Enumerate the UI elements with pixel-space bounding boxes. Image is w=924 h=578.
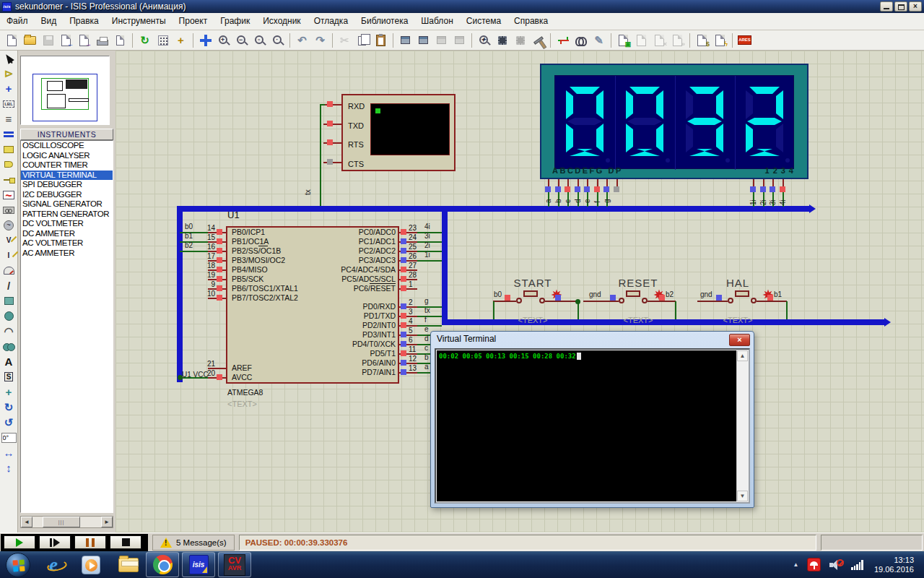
search-and-tag-icon[interactable] [572, 32, 589, 48]
packaging-tool-icon[interactable] [512, 32, 528, 48]
instrument-item-virtual-terminal[interactable]: VIRTUAL TERMINAL [21, 171, 113, 181]
copy-icon[interactable] [354, 32, 371, 48]
flip-horizontal-icon[interactable]: ↔ [1, 445, 17, 460]
menu-item-2[interactable]: Правка [63, 13, 105, 30]
virtual-terminal-window[interactable]: Virtual Terminal × 00:02 00:05 00:13 00:… [430, 331, 754, 508]
vt-scrollbar[interactable]: ▲ ▼ [736, 350, 748, 501]
volume-muted-icon[interactable] [829, 558, 844, 571]
virtual-terminal-component[interactable]: RXDTXDRTSCTS [341, 94, 456, 171]
taskbar-item-media-player[interactable] [77, 551, 105, 578]
pause-button[interactable] [74, 535, 106, 549]
device-pin-mode-icon[interactable] [1, 172, 17, 187]
menu-item-10[interactable]: Система [460, 13, 507, 30]
generator-mode-icon[interactable]: ~ [1, 217, 17, 233]
menu-item-0[interactable]: Файл [0, 13, 35, 30]
cut-icon[interactable]: ✂ [336, 32, 353, 48]
rotate-clockwise-icon[interactable]: ↻ [1, 400, 17, 415]
zoom-all-icon[interactable]: · [269, 32, 286, 48]
current-probe-mode-icon[interactable]: I [1, 248, 17, 263]
2d-box-mode-icon[interactable] [1, 293, 17, 309]
menu-item-3[interactable]: Инструменты [105, 13, 173, 30]
instrument-item-oscilloscope[interactable]: OSCILLOSCOPE [21, 141, 113, 151]
terminal-mode-icon[interactable] [1, 157, 17, 172]
block-move-icon[interactable] [415, 32, 432, 48]
print-icon[interactable] [94, 32, 110, 48]
button-cap[interactable] [523, 290, 538, 297]
make-device-icon[interactable] [494, 32, 510, 48]
grid-toggle-icon[interactable] [154, 32, 171, 48]
step-button[interactable] [39, 535, 71, 549]
menu-item-8[interactable]: Библиотека [354, 13, 414, 30]
bus-mode-icon[interactable] [1, 126, 17, 142]
menu-item-9[interactable]: Шаблон [414, 13, 459, 30]
instrument-item-signal-generator[interactable]: SIGNAL GENERATOR [21, 199, 113, 210]
instrument-item-counter-timer[interactable]: COUNTER TIMER [21, 160, 113, 171]
seven-segment-display[interactable]: ABCDEFG DP 1234 [540, 64, 808, 179]
flip-vertical-icon[interactable]: ↕ [1, 460, 17, 475]
open-file-icon[interactable] [22, 32, 38, 48]
block-copy-icon[interactable] [397, 32, 414, 48]
text-script-mode-icon[interactable]: ≡ [1, 111, 17, 126]
zoom-area-icon[interactable]: ▫ [251, 32, 268, 48]
instrument-item-ac-ammeter[interactable]: AC AMMETER [21, 249, 113, 259]
menu-item-6[interactable]: Исходник [256, 13, 307, 30]
rotate-anticlockwise-icon[interactable]: ↺ [1, 415, 17, 430]
scroll-thumb[interactable]: ||| [43, 517, 80, 527]
message-indicator[interactable]: 5 Message(s) [152, 535, 235, 551]
component-mode-icon[interactable]: ⊳ [1, 66, 17, 81]
maximize-button[interactable] [894, 1, 907, 12]
avira-icon[interactable] [807, 558, 821, 571]
menu-item-4[interactable]: Проект [173, 13, 214, 30]
tape-recorder-mode-icon[interactable] [1, 202, 17, 217]
goto-sheet-icon[interactable]: » [669, 32, 686, 48]
pick-device-icon[interactable]: ✦ [476, 32, 492, 48]
property-assignment-icon[interactable]: ✎ [590, 32, 607, 48]
start-button[interactable] [6, 553, 30, 577]
new-file-icon[interactable] [4, 32, 20, 48]
block-rotate-icon[interactable] [433, 32, 450, 48]
wire-label-mode-icon[interactable]: LBL [1, 96, 17, 111]
schematic-canvas[interactable]: ABCDEFG DP 1234 RXDTXDRTSCTS U1 ATMEGA8 … [116, 51, 924, 532]
junction-dot-mode-icon[interactable]: + [1, 81, 17, 96]
redraw-icon[interactable]: ↻ [136, 32, 153, 48]
electrical-rule-check-icon[interactable]: ϟ [712, 32, 728, 48]
virtual-instruments-mode-icon[interactable] [1, 263, 17, 278]
selection-tool-icon[interactable] [1, 51, 17, 66]
menu-item-11[interactable]: Справка [507, 13, 554, 30]
undo-icon[interactable]: ↶ [294, 32, 310, 48]
instrument-item-ac-voltmeter[interactable]: AC VOLTMETER [21, 238, 113, 249]
graph-mode-icon[interactable] [1, 187, 17, 202]
instrument-item-logic-analyser[interactable]: LOGIC ANALYSER [21, 151, 113, 161]
instrument-item-pattern-generator[interactable]: PATTERN GENERATOR [21, 210, 113, 220]
taskbar-clock[interactable]: 13:13 19.06.2016 [874, 556, 914, 574]
netlist-to-ares-icon[interactable]: ARES [736, 32, 753, 48]
zoom-in-icon[interactable]: + [215, 32, 232, 48]
vt-scroll-down-icon[interactable]: ▼ [737, 491, 748, 501]
block-delete-icon[interactable] [451, 32, 468, 48]
close-button[interactable]: × [909, 1, 922, 12]
menu-item-7[interactable]: Отладка [308, 13, 354, 30]
remove-sheet-icon[interactable]: × [651, 32, 668, 48]
overview-preview[interactable] [20, 56, 110, 125]
2d-symbol-mode-icon[interactable]: S [1, 369, 17, 384]
paste-icon[interactable] [372, 32, 389, 48]
scroll-right-button[interactable]: ► [101, 517, 113, 527]
network-icon[interactable] [851, 560, 864, 570]
2d-path-mode-icon[interactable] [1, 339, 17, 354]
scroll-left-button[interactable]: ◄ [21, 517, 32, 527]
instrument-item-dc-ammeter[interactable]: DC AMMETER [21, 229, 113, 239]
wire-autorouter-icon[interactable] [554, 32, 571, 48]
panel-horizontal-scrollbar[interactable]: ◄ ||| ► [20, 516, 113, 528]
2d-circle-mode-icon[interactable] [1, 309, 17, 324]
hidden-icons-arrow[interactable]: ▲ [793, 561, 799, 568]
export-section-icon[interactable]: → [76, 32, 92, 48]
taskbar-item-explorer[interactable] [114, 551, 143, 578]
rotation-angle-field[interactable] [1, 433, 17, 443]
2d-marker-mode-icon[interactable]: + [1, 384, 17, 400]
button-cap[interactable] [626, 290, 640, 297]
2d-line-mode-icon[interactable]: / [1, 278, 17, 293]
angle-field-icon[interactable] [1, 430, 17, 445]
origin-icon[interactable]: + [173, 32, 189, 48]
taskbar-item-ie[interactable]: e [39, 551, 68, 578]
decompose-icon[interactable] [530, 32, 546, 48]
